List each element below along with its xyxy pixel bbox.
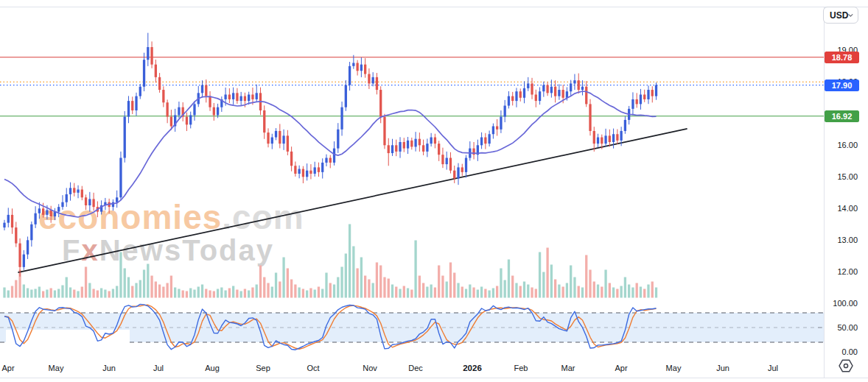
time-axis-label: Dec (408, 364, 423, 372)
time-axis-label: Apr (1, 364, 14, 372)
time-axis-label: Sep (256, 364, 270, 372)
time-axis-label: Feb (514, 364, 528, 372)
time-axis-label: Apr (615, 364, 627, 372)
time-axis-label: Jun (716, 364, 729, 372)
time-axis-label: May (49, 364, 64, 372)
time-axis-label: 2026 (463, 364, 482, 372)
oscillator-axis-label: 0.00 (825, 347, 858, 356)
oscillator-axis-label: 50.00 (825, 323, 858, 332)
chart-widget: economies.com FxNewsToday 19.0018.0017.0… (0, 0, 868, 382)
price-badge: 17.90 (825, 79, 859, 91)
time-axis-label: Oct (307, 364, 319, 372)
price-axis-label: 13.00 (825, 236, 858, 244)
time-axis-label: Jun (102, 364, 116, 372)
moving-average-line (4, 91, 657, 217)
price-badge: 18.78 (825, 52, 859, 63)
price-axis-label: 12.00 (825, 267, 858, 276)
oscillator-axis-label: 100.00 (825, 299, 858, 308)
price-badge: 16.92 (825, 110, 859, 122)
settings-icon[interactable] (838, 358, 854, 374)
chart-canvas[interactable] (0, 0, 868, 382)
time-axis-label: Jul (768, 364, 778, 372)
time-axis-label: May (666, 364, 682, 372)
candles (3, 33, 657, 277)
time-axis-label: Mar (561, 364, 575, 372)
price-axis-label: 16.00 (825, 141, 858, 149)
volume-bars (3, 224, 657, 298)
currency-label: USD (830, 10, 848, 21)
time-axis-label: Nov (363, 364, 377, 372)
chevron-down-icon (848, 13, 853, 18)
price-axis-label: 14.00 (825, 204, 858, 213)
time-axis-label: Jul (153, 364, 164, 372)
time-axis-label: Aug (205, 364, 220, 372)
price-axis-label: 15.00 (825, 172, 858, 181)
currency-dropdown-button[interactable]: USD (823, 7, 858, 24)
